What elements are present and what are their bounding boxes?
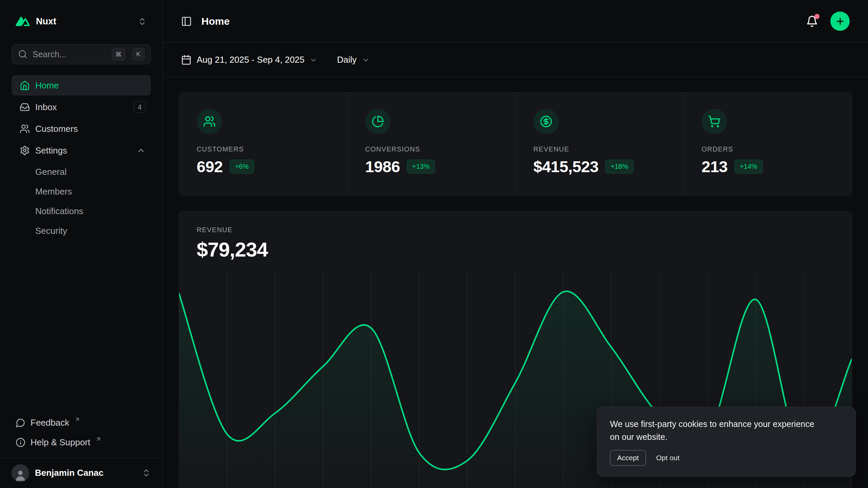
feedback-link[interactable]: Feedback (12, 413, 151, 432)
notifications-button[interactable] (806, 15, 819, 28)
sidebar-item-label: Home (35, 80, 59, 91)
external-link-icon (95, 436, 101, 442)
stat-revenue: REVENUE $415,523 +18% (515, 93, 684, 196)
chevron-up-icon (137, 146, 145, 155)
sidebar-child-label: Members (35, 186, 72, 197)
page-title: Home (201, 16, 230, 27)
stat-delta-badge: +18% (605, 160, 634, 174)
filters-toolbar: Aug 21, 2025 - Sep 4, 2025 Daily (163, 43, 868, 77)
notification-dot (814, 14, 820, 19)
kbd-meta: ⌘ (112, 48, 125, 60)
inbox-icon (20, 102, 30, 112)
sidebar-toggle-button[interactable] (181, 15, 193, 27)
stat-label: CONVERSIONS (365, 145, 498, 153)
granularity-select[interactable]: Daily (337, 55, 370, 65)
cookie-actions: Accept Opt out (610, 450, 843, 466)
sidebar-item-inbox[interactable]: Inbox 4 (12, 97, 151, 117)
chevron-down-icon (310, 56, 317, 64)
revenue-card-header: REVENUE $79,234 (179, 211, 852, 261)
stat-value: 692 (197, 157, 223, 176)
calendar-icon (181, 55, 192, 65)
sidebar-item-home[interactable]: Home (12, 75, 151, 96)
users-icon (197, 109, 222, 134)
stat-value: $415,523 (533, 157, 598, 176)
opt-out-button[interactable]: Opt out (652, 450, 684, 465)
sidebar-item-label: Settings (35, 145, 67, 156)
nuxt-logo-icon (16, 16, 30, 26)
sidebar-item-label: Inbox (35, 102, 57, 113)
help-support-label: Help & Support (31, 437, 90, 448)
stat-delta-badge: +6% (230, 160, 254, 174)
stat-label: ORDERS (702, 145, 834, 153)
stat-delta-badge: +14% (734, 160, 763, 174)
sidebar-footer: Feedback Help & Support (0, 413, 162, 458)
revenue-value: $79,234 (197, 238, 834, 261)
search-icon (18, 49, 27, 59)
stat-conversions: CONVERSIONS 1986 +13% (347, 93, 515, 196)
kbd-k: K (132, 48, 144, 60)
stat-label: REVENUE (533, 145, 666, 153)
chevrons-up-down-icon (138, 17, 147, 26)
sidebar-item-members[interactable]: Members (12, 182, 151, 201)
search-bar[interactable]: ⌘ K (12, 44, 151, 64)
date-range-picker[interactable]: Aug 21, 2025 - Sep 4, 2025 (181, 55, 317, 65)
message-icon (16, 418, 25, 428)
revenue-label: REVENUE (197, 226, 834, 234)
help-support-link[interactable]: Help & Support (12, 432, 151, 452)
home-icon (20, 80, 30, 90)
sidebar-nav: Home Inbox 4 Customers Settings (0, 75, 162, 241)
stat-value: 213 (702, 157, 728, 176)
pie-chart-icon (365, 109, 391, 134)
sidebar: Nuxt ⌘ K Home (0, 0, 163, 488)
user-name: Benjamin Canac (35, 468, 103, 478)
header-actions (806, 12, 850, 31)
user-menu[interactable]: Benjamin Canac (0, 458, 162, 488)
plus-icon (835, 16, 845, 26)
sidebar-item-label: Customers (35, 124, 78, 134)
team-switcher[interactable]: Nuxt (12, 9, 151, 34)
panel-left-icon (181, 16, 192, 27)
dollar-circle-icon (533, 109, 559, 134)
accept-button[interactable]: Accept (610, 450, 646, 466)
page-header: Home (163, 0, 868, 43)
chevron-down-icon (362, 56, 370, 64)
add-button[interactable] (830, 12, 850, 31)
cookie-message: We use first-party cookies to enhance yo… (610, 418, 817, 443)
inbox-count-badge: 4 (134, 101, 145, 113)
date-range-label: Aug 21, 2025 - Sep 4, 2025 (197, 55, 304, 65)
feedback-label: Feedback (31, 418, 69, 428)
stat-orders: ORDERS 213 +14% (684, 93, 852, 196)
sidebar-item-notifications[interactable]: Notifications (12, 201, 151, 221)
sidebar-header: Nuxt (0, 0, 162, 43)
users-icon (20, 124, 30, 134)
chevrons-up-down-icon (142, 468, 151, 477)
sidebar-item-security[interactable]: Security (12, 221, 151, 241)
stat-value: 1986 (365, 157, 400, 176)
external-link-icon (74, 416, 80, 423)
sidebar-child-label: General (35, 167, 67, 177)
sidebar-item-general[interactable]: General (12, 162, 151, 182)
sidebar-item-customers[interactable]: Customers (12, 119, 151, 139)
stats-summary-card: CUSTOMERS 692 +6% CONVERSIONS 1986 +13% (179, 92, 852, 196)
sidebar-child-label: Notifications (35, 206, 83, 217)
search-input[interactable] (33, 49, 107, 59)
info-icon (16, 438, 25, 447)
team-name: Nuxt (36, 16, 56, 27)
sidebar-child-label: Security (35, 226, 67, 236)
stat-label: CUSTOMERS (197, 145, 330, 153)
stat-delta-badge: +13% (407, 160, 435, 174)
stat-customers: CUSTOMERS 692 +6% (179, 93, 347, 196)
cart-icon (702, 109, 727, 134)
granularity-label: Daily (337, 55, 357, 65)
avatar (12, 464, 29, 482)
gear-icon (20, 145, 30, 156)
cookie-banner: We use first-party cookies to enhance yo… (597, 407, 856, 477)
sidebar-item-settings[interactable]: Settings (12, 140, 151, 161)
